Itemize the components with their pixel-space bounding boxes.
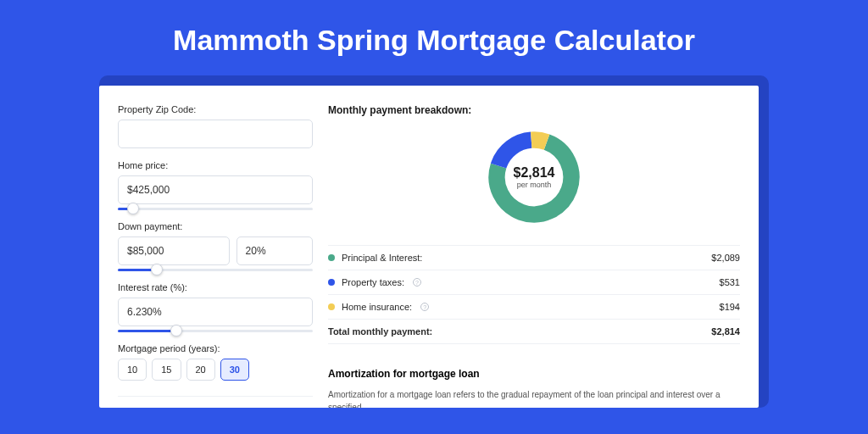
donut-chart: $2,814 per month (485, 128, 583, 226)
field-period: Mortgage period (years): 10152030 (118, 343, 313, 381)
info-icon[interactable]: ? (420, 303, 429, 311)
legend-dot (328, 254, 335, 261)
form-panel: Property Zip Code: Home price: Down paym… (118, 104, 313, 408)
card-shadow-wrap: Property Zip Code: Home price: Down paym… (99, 75, 769, 408)
rate-slider-thumb[interactable] (170, 325, 182, 337)
donut-wrap: $2,814 per month (328, 128, 740, 226)
down-label: Down payment: (118, 221, 313, 231)
legend-total-label: Total monthly payment: (328, 326, 432, 337)
down-amount-input[interactable] (118, 236, 230, 265)
legend: Principal & Interest: $2,089 Property ta… (328, 245, 740, 344)
breakdown-heading: Monthly payment breakdown: (328, 104, 740, 116)
price-slider[interactable] (118, 203, 313, 214)
legend-total-value: $2,814 (711, 326, 740, 337)
legend-dot (328, 279, 335, 286)
period-button-20[interactable]: 20 (186, 359, 215, 381)
period-button-30[interactable]: 30 (220, 359, 249, 381)
zip-label: Property Zip Code: (118, 104, 313, 114)
legend-row: Property taxes: ? $531 (328, 270, 740, 295)
veteran-row: I am veteran or military (118, 396, 313, 408)
period-button-10[interactable]: 10 (118, 359, 147, 381)
legend-value: $2,089 (711, 253, 740, 263)
legend-dot (328, 303, 335, 310)
down-slider[interactable] (118, 264, 313, 275)
legend-value: $531 (720, 277, 740, 287)
field-price: Home price: (118, 160, 313, 214)
field-down: Down payment: (118, 221, 313, 275)
period-button-15[interactable]: 15 (152, 359, 181, 381)
down-slider-thumb[interactable] (151, 264, 163, 275)
price-label: Home price: (118, 160, 313, 170)
donut-center: $2,814 per month (514, 165, 555, 189)
price-slider-thumb[interactable] (127, 203, 139, 214)
down-percent-input[interactable] (236, 236, 313, 265)
donut-amount: $2,814 (514, 165, 555, 181)
page-title: Mammoth Spring Mortgage Calculator (0, 0, 868, 75)
price-input[interactable] (118, 175, 313, 204)
legend-name: Home insurance: (342, 302, 412, 312)
field-zip: Property Zip Code: (118, 104, 313, 148)
legend-name: Property taxes: (342, 277, 404, 287)
legend-row: Home insurance: ? $194 (328, 295, 740, 320)
rate-label: Interest rate (%): (118, 282, 313, 292)
period-buttons: 10152030 (118, 359, 313, 381)
donut-sub: per month (514, 181, 555, 189)
rate-slider[interactable] (118, 325, 313, 337)
field-rate: Interest rate (%): (118, 282, 313, 337)
amortization-section: Amortization for mortgage loan Amortizat… (328, 356, 740, 408)
amortization-heading: Amortization for mortgage loan (328, 368, 740, 380)
info-icon[interactable]: ? (413, 278, 421, 287)
breakdown-panel: Monthly payment breakdown: $2,814 per mo… (328, 104, 740, 408)
rate-input[interactable] (118, 298, 313, 326)
legend-row: Principal & Interest: $2,089 (328, 246, 740, 270)
legend-value: $194 (720, 302, 740, 312)
zip-input[interactable] (118, 120, 313, 148)
period-label: Mortgage period (years): (118, 343, 313, 353)
legend-total-row: Total monthly payment: $2,814 (328, 320, 740, 344)
calculator-card: Property Zip Code: Home price: Down paym… (99, 86, 759, 408)
amortization-text: Amortization for a mortgage loan refers … (328, 388, 740, 408)
legend-name: Principal & Interest: (342, 253, 422, 263)
